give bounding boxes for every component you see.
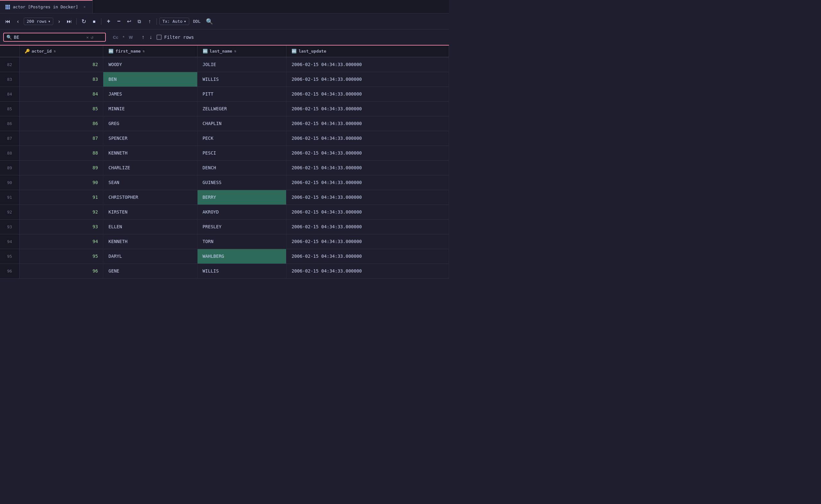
actor-id-cell[interactable]: 89 [19,160,103,175]
actor-id-header[interactable]: 🔑 actor_id ⇅ [19,46,103,57]
last-update-cell[interactable]: 2006-02-15 04:34:33.000000 [286,116,449,131]
first-name-cell[interactable]: ELLEN [103,219,197,234]
remove-row-button[interactable]: − [114,17,123,26]
wildcard-button[interactable]: * [121,34,126,41]
first-name-cell[interactable]: KIRSTEN [103,205,197,219]
actor-id-cell[interactable]: 84 [19,87,103,101]
actor-id-cell[interactable]: 85 [19,101,103,116]
case-sensitive-button[interactable]: Cc [111,34,120,41]
stop-button[interactable]: ■ [89,17,98,26]
first-name-cell[interactable]: SEAN [103,175,197,190]
search-prev-button[interactable]: ↑ [140,34,146,41]
search-input[interactable] [14,35,84,40]
table-row[interactable]: 8383BENWILLIS2006-02-15 04:34:33.000000 [0,72,449,87]
table-row[interactable]: 9191CHRISTOPHERBERRY2006-02-15 04:34:33.… [0,190,449,205]
last-update-cell[interactable]: 2006-02-15 04:34:33.000000 [286,190,449,205]
first-name-cell[interactable]: SPENCER [103,131,197,146]
last-name-cell[interactable]: WILLIS [197,264,286,278]
first-name-cell[interactable]: JAMES [103,87,197,101]
actor-id-cell[interactable]: 94 [19,234,103,249]
prev-page-button[interactable]: ‹ [13,17,22,26]
last-name-cell[interactable]: ZELLWEGER [197,101,286,116]
last-name-cell[interactable]: CHAPLIN [197,116,286,131]
first-name-cell[interactable]: GREG [103,116,197,131]
last-page-button[interactable]: ⏭ [65,17,74,26]
last-update-cell[interactable]: 2006-02-15 04:34:33.000000 [286,205,449,219]
last-update-cell[interactable]: 2006-02-15 04:34:33.000000 [286,57,449,72]
last-update-cell[interactable]: 2006-02-15 04:34:33.000000 [286,249,449,264]
last-update-cell[interactable]: 2006-02-15 04:34:33.000000 [286,146,449,160]
word-button[interactable]: W [127,34,135,41]
table-row[interactable]: 9292KIRSTENAKROYD2006-02-15 04:34:33.000… [0,205,449,219]
first-name-cell[interactable]: CHRISTOPHER [103,190,197,205]
actor-id-cell[interactable]: 92 [19,205,103,219]
first-name-cell[interactable]: DARYL [103,249,197,264]
table-row[interactable]: 9494KENNETHTORN2006-02-15 04:34:33.00000… [0,234,449,249]
table-row[interactable]: 8484JAMESPITT2006-02-15 04:34:33.000000 [0,87,449,101]
first-name-cell[interactable]: BEN [103,72,197,87]
first-name-cell[interactable]: CHARLIZE [103,160,197,175]
tx-selector[interactable]: Tx: Auto ▾ [159,18,189,25]
last-name-cell[interactable]: PRESLEY [197,219,286,234]
rows-selector[interactable]: 200 rows ▾ [24,18,53,25]
last-name-header[interactable]: 🔤 last_name ⇅ [197,46,286,57]
actor-id-cell[interactable]: 83 [19,72,103,87]
table-row[interactable]: 8585MINNIEZELLWEGER2006-02-15 04:34:33.0… [0,101,449,116]
last-name-cell[interactable]: PECK [197,131,286,146]
table-row[interactable]: 9696GENEWILLIS2006-02-15 04:34:33.000000 [0,264,449,278]
last-update-cell[interactable]: 2006-02-15 04:34:33.000000 [286,101,449,116]
last-update-cell[interactable]: 2006-02-15 04:34:33.000000 [286,234,449,249]
refresh-button[interactable]: ↻ [79,17,88,26]
last-name-cell[interactable]: WAHLBERG [197,249,286,264]
search-clear-button[interactable]: × [86,35,89,40]
move-up-button[interactable]: ↑ [145,17,154,26]
last-name-cell[interactable]: DENCH [197,160,286,175]
actor-id-cell[interactable]: 86 [19,116,103,131]
add-row-button[interactable]: + [104,17,113,26]
last-update-cell[interactable]: 2006-02-15 04:34:33.000000 [286,264,449,278]
search-toggle-button[interactable]: 🔍 [204,16,215,27]
clone-button[interactable]: ⧉ [135,17,144,26]
actor-id-cell[interactable]: 87 [19,131,103,146]
search-next-button[interactable]: ↓ [148,34,154,41]
table-row[interactable]: 8686GREGCHAPLIN2006-02-15 04:34:33.00000… [0,116,449,131]
table-row[interactable]: 9595DARYLWAHLBERG2006-02-15 04:34:33.000… [0,249,449,264]
tab-close-button[interactable]: × [82,4,87,10]
first-name-cell[interactable]: KENNETH [103,234,197,249]
last-update-cell[interactable]: 2006-02-15 04:34:33.000000 [286,87,449,101]
last-name-cell[interactable]: TORN [197,234,286,249]
last-update-cell[interactable]: 2006-02-15 04:34:33.000000 [286,160,449,175]
last-update-header[interactable]: 🔤 last_update [286,46,449,57]
last-name-cell[interactable]: PITT [197,87,286,101]
last-update-cell[interactable]: 2006-02-15 04:34:33.000000 [286,72,449,87]
last-name-cell[interactable]: BERRY [197,190,286,205]
next-page-button[interactable]: › [55,17,63,26]
last-name-cell[interactable]: AKROYD [197,205,286,219]
last-name-cell[interactable]: GUINESS [197,175,286,190]
actor-id-cell[interactable]: 88 [19,146,103,160]
first-name-cell[interactable]: GENE [103,264,197,278]
actor-tab[interactable]: actor [Postgres in Docker] × [0,0,93,13]
last-update-cell[interactable]: 2006-02-15 04:34:33.000000 [286,175,449,190]
table-row[interactable]: 8888KENNETHPESCI2006-02-15 04:34:33.0000… [0,146,449,160]
actor-id-cell[interactable]: 91 [19,190,103,205]
search-refresh-button[interactable]: ↺ [91,35,93,40]
first-name-cell[interactable]: WOODY [103,57,197,72]
table-row[interactable]: 8989CHARLIZEDENCH2006-02-15 04:34:33.000… [0,160,449,175]
first-name-cell[interactable]: MINNIE [103,101,197,116]
ddl-button[interactable]: DDL [190,18,203,25]
undo-button[interactable]: ↩ [124,17,133,26]
table-row[interactable]: 9393ELLENPRESLEY2006-02-15 04:34:33.0000… [0,219,449,234]
last-update-cell[interactable]: 2006-02-15 04:34:33.000000 [286,219,449,234]
table-row[interactable]: 8282WOODYJOLIE2006-02-15 04:34:33.000000 [0,57,449,72]
last-name-cell[interactable]: JOLIE [197,57,286,72]
table-row[interactable]: 8787SPENCERPECK2006-02-15 04:34:33.00000… [0,131,449,146]
last-name-cell[interactable]: PESCI [197,146,286,160]
actor-id-cell[interactable]: 95 [19,249,103,264]
filter-rows-checkbox[interactable] [157,35,162,40]
actor-id-cell[interactable]: 90 [19,175,103,190]
actor-id-cell[interactable]: 93 [19,219,103,234]
first-page-button[interactable]: ⏮ [3,17,12,26]
table-row[interactable]: 9090SEANGUINESS2006-02-15 04:34:33.00000… [0,175,449,190]
actor-id-cell[interactable]: 96 [19,264,103,278]
